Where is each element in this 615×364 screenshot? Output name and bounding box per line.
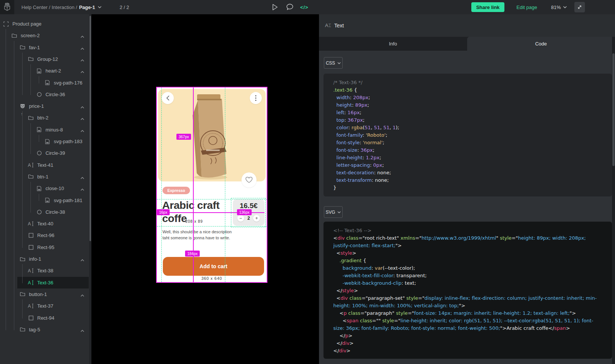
panel-scrollbar-thumb[interactable] xyxy=(612,53,615,166)
layer-row[interactable]: info-1 xyxy=(0,253,89,265)
svg-text:A: A xyxy=(28,163,31,168)
layer-row[interactable]: Circle-39 xyxy=(0,147,89,159)
chevron-up-icon[interactable] xyxy=(80,128,84,133)
inspector-title: Text xyxy=(334,23,344,29)
tab-info[interactable]: Info xyxy=(319,37,467,51)
product-tag-badge: Expresso xyxy=(162,187,190,194)
tree-connector-line xyxy=(14,41,14,330)
layer-row[interactable]: AText-36 xyxy=(0,277,89,288)
comment-button[interactable] xyxy=(284,0,295,14)
folder-icon xyxy=(20,291,26,297)
fullscreen-button[interactable] xyxy=(574,2,585,12)
svg-code-block[interactable]: <!-- Text-36 --><div class="root rich-te… xyxy=(323,222,612,359)
layer-row[interactable]: Group-12 xyxy=(0,53,89,65)
top-bar: Help Center / Interaction / Page-1 2 / 2… xyxy=(0,0,615,14)
layer-row[interactable]: close-10 xyxy=(0,183,89,194)
layer-row[interactable]: AText-37 xyxy=(0,300,89,312)
layer-row[interactable]: Rect-95 xyxy=(0,242,89,253)
layer-label: info-1 xyxy=(29,256,41,262)
svg-format-dropdown[interactable]: SVG xyxy=(324,206,343,218)
panel-scrollbar[interactable] xyxy=(612,37,615,364)
zoom-level-control[interactable]: 81% xyxy=(551,0,567,14)
layer-row[interactable]: fav-1 xyxy=(0,42,89,53)
tree-connector-line xyxy=(30,182,31,213)
chevron-up-icon[interactable] xyxy=(80,116,84,121)
code-line: </div> xyxy=(333,340,602,347)
chevron-up-icon[interactable] xyxy=(80,69,84,74)
tree-connector-line xyxy=(6,29,6,330)
sidebar-scrollbar[interactable] xyxy=(89,14,91,364)
code-line: top: 367px; xyxy=(333,116,602,124)
design-canvas[interactable]: Expresso Arabic craft coffe 208 x 89 16.… xyxy=(91,14,319,364)
layer-row[interactable]: minus-8 xyxy=(0,124,89,136)
layer-row[interactable]: heart-2 xyxy=(0,65,89,77)
chevron-up-icon[interactable] xyxy=(80,57,84,63)
svg-icon xyxy=(44,80,50,86)
layer-row[interactable]: svg-path-181 xyxy=(0,195,89,206)
chevron-up-icon[interactable] xyxy=(80,104,84,110)
code-line: -webkit-text-fill-color: transparent; xyxy=(333,272,602,279)
layer-row[interactable]: Product page xyxy=(0,18,89,30)
app-logo[interactable] xyxy=(0,0,14,14)
layer-row[interactable]: price-1 xyxy=(0,100,89,112)
tab-code[interactable]: Code xyxy=(467,37,615,51)
mask-arrow-icon: ↑ xyxy=(21,112,23,116)
code-line: font-style: 'normal'; xyxy=(333,139,602,147)
share-link-button[interactable]: Share link xyxy=(471,2,504,12)
add-to-cart-button[interactable]: Add to cart xyxy=(163,257,264,276)
layer-row[interactable]: AText-41 xyxy=(0,159,89,171)
css-code-block[interactable]: /* Text-36 */.text-36 { width: 208px; he… xyxy=(323,74,612,196)
pencil-cup-logo-icon xyxy=(3,3,11,12)
layers-sidebar: Product pagescreen-2fav-1Group-12heart-2… xyxy=(0,14,91,364)
chevron-up-icon[interactable] xyxy=(80,292,84,298)
code-line: height: 89px; xyxy=(333,101,602,109)
layer-row[interactable]: svg-path-183 xyxy=(0,136,89,147)
favorite-button[interactable] xyxy=(241,172,257,187)
back-button[interactable] xyxy=(162,92,174,104)
layer-label: Text-38 xyxy=(37,268,53,273)
mobile-screen-frame[interactable]: Expresso Arabic craft coffe 208 x 89 16.… xyxy=(157,88,267,282)
chevron-up-icon[interactable] xyxy=(80,257,84,263)
product-hero-image xyxy=(158,89,266,181)
play-button[interactable] xyxy=(269,0,281,14)
css-format-dropdown[interactable]: CSS xyxy=(324,57,343,69)
breadcrumb[interactable]: Help Center / Interaction / Page-1 xyxy=(21,0,102,14)
layer-row[interactable]: Circle-36 xyxy=(0,89,89,100)
chevron-up-icon[interactable] xyxy=(80,175,84,180)
code-line: <div class="root rich-text" xmlns="http:… xyxy=(333,234,602,249)
code-line: left: 16px; xyxy=(333,109,602,116)
code-line: width: 208px; xyxy=(333,94,602,101)
code-line: <style> xyxy=(333,249,602,257)
measurement-label: 16px xyxy=(157,209,170,215)
layer-row[interactable]: AText-38 xyxy=(0,265,89,276)
overflow-menu-button[interactable] xyxy=(250,92,262,104)
layer-row[interactable]: screen-2 xyxy=(0,30,89,41)
heart-icon xyxy=(245,177,253,183)
layer-row[interactable]: btn-1 xyxy=(0,171,89,183)
code-line: font-size: 36px; xyxy=(333,147,602,154)
chevron-up-icon[interactable] xyxy=(80,186,84,192)
text-icon: A xyxy=(28,268,34,274)
layer-row[interactable]: Circle-38 xyxy=(0,206,89,218)
layer-row[interactable]: svg-path-176 xyxy=(0,77,89,89)
layer-row[interactable]: button-1 xyxy=(0,288,89,300)
code-view-button[interactable]: </> xyxy=(299,0,310,14)
layer-row[interactable]: Rect-94 xyxy=(0,312,89,324)
kebab-menu-icon xyxy=(255,95,257,101)
layer-label: Text-37 xyxy=(37,303,53,309)
svg-icon xyxy=(44,139,50,145)
chevron-up-icon[interactable] xyxy=(80,328,84,333)
sidebar-scrollbar-thumb[interactable] xyxy=(90,16,91,241)
layer-row[interactable]: tag-5 xyxy=(0,324,89,335)
zoom-level-value: 81% xyxy=(551,5,561,10)
layer-row[interactable]: AText-40 xyxy=(0,218,89,230)
layer-row[interactable]: Rect-96 xyxy=(0,230,89,241)
inspector-panel: A⌶ Text Info Code CSS /* Text-36 */.text… xyxy=(319,14,615,364)
chevron-up-icon[interactable] xyxy=(80,45,84,51)
edit-page-link[interactable]: Edit page xyxy=(516,0,537,14)
code-line: <span class="" style="line-height: inher… xyxy=(333,317,602,332)
chevron-up-icon[interactable] xyxy=(80,33,84,39)
circle-icon xyxy=(36,91,42,97)
layer-row[interactable]: btn-2 xyxy=(0,112,89,124)
layer-label: Text-41 xyxy=(37,162,53,168)
